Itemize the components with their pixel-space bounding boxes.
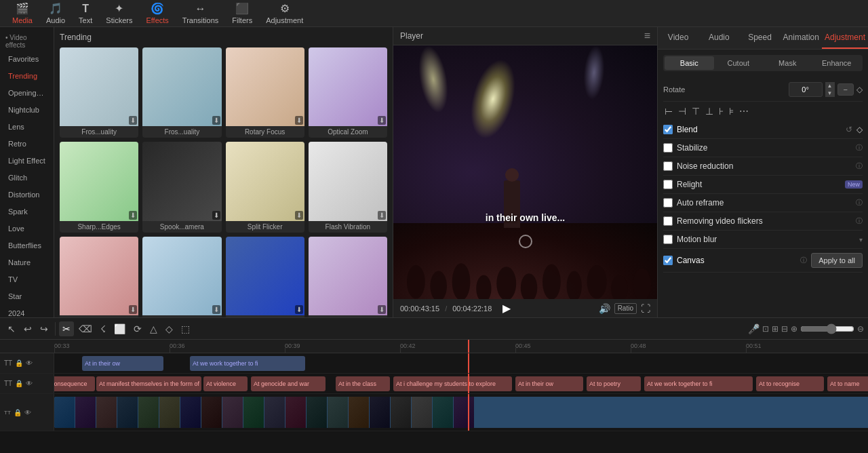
speed-btn[interactable]: ⟳ bbox=[130, 321, 145, 336]
transform-btn[interactable]: ⬜ bbox=[111, 321, 129, 336]
align-center-v-icon[interactable]: ⊦ bbox=[717, 104, 725, 118]
toolbar-audio[interactable]: 🎵 Audio bbox=[39, 0, 72, 27]
clip-2-3[interactable]: At genocide and war bbox=[251, 376, 326, 391]
mic-icon[interactable]: 🎤 bbox=[748, 323, 760, 334]
undo-btn[interactable]: ↩ bbox=[20, 321, 35, 336]
cursor-btn[interactable]: ↖ bbox=[4, 321, 19, 336]
sidebar-item-glitch[interactable]: Glitch bbox=[3, 170, 51, 186]
toolbar-filters[interactable]: ⬛ Filters bbox=[225, 0, 259, 27]
effect-item-blur[interactable]: ⬇ Blu-r...anning bbox=[226, 237, 304, 318]
track-lock-icon-1[interactable]: 🔒 bbox=[15, 359, 23, 367]
effect-download-split[interactable]: ⬇ bbox=[295, 211, 303, 220]
toolbar-transitions[interactable]: ↔ Transitions bbox=[176, 0, 225, 27]
noise-checkbox[interactable] bbox=[663, 161, 673, 171]
tab-adjustment[interactable]: Adjustment bbox=[822, 27, 868, 49]
toolbar-media[interactable]: 🎬 Media bbox=[5, 0, 39, 27]
effect-download-sharp[interactable]: ⬇ bbox=[129, 211, 137, 220]
sidebar-item-butterflies[interactable]: Butterflies bbox=[3, 237, 51, 254]
sidebar-item-light-effect[interactable]: Light Effect bbox=[3, 153, 51, 169]
playhead[interactable] bbox=[468, 340, 469, 353]
rotate-input[interactable] bbox=[789, 82, 823, 97]
keyframe-rotate-icon[interactable]: ◇ bbox=[856, 85, 863, 94]
crop-btn[interactable]: ☇ bbox=[97, 321, 109, 336]
sidebar-item-love[interactable]: Love bbox=[3, 220, 51, 237]
clip-2-0[interactable]: At consequence bbox=[54, 376, 95, 391]
toolbar-stickers[interactable]: ✦ Stickers bbox=[99, 0, 139, 27]
redo-btn[interactable]: ↪ bbox=[37, 321, 52, 336]
sidebar-item-distortion[interactable]: Distortion bbox=[3, 186, 51, 203]
clip-2-10[interactable]: At to name bbox=[827, 376, 868, 391]
effect-download-spectral[interactable]: ⬇ bbox=[378, 305, 386, 314]
sidebar-item-trending[interactable]: Trending bbox=[3, 68, 51, 84]
effect-download-frostuality1[interactable]: ⬇ bbox=[129, 116, 137, 125]
clip-1-2[interactable]: At we work together to fi bbox=[190, 356, 305, 371]
clip-2-6[interactable]: At in their ow bbox=[515, 376, 583, 391]
align-center-h-icon[interactable]: ⊣ bbox=[677, 104, 688, 118]
effect-item-dizzy[interactable]: ⬇ Dizzy bbox=[142, 237, 221, 318]
spin-up-btn[interactable]: ▲ bbox=[825, 82, 835, 90]
zoom-btn[interactable]: ⬚ bbox=[178, 321, 193, 336]
sidebar-item-star[interactable]: Star bbox=[3, 288, 51, 304]
fullscreen-icon[interactable]: ⛶ bbox=[641, 303, 650, 314]
clip-2-2[interactable]: At violence bbox=[203, 376, 248, 391]
effect-download-rotary[interactable]: ⬇ bbox=[295, 116, 303, 125]
audio-btn[interactable]: △ bbox=[146, 321, 161, 336]
effect-download-frostuality2[interactable]: ⬇ bbox=[212, 116, 220, 125]
motion-blur-checkbox[interactable] bbox=[663, 235, 673, 244]
clip-2-9[interactable]: At to recognise bbox=[756, 376, 824, 391]
spin-down-btn[interactable]: ▼ bbox=[825, 90, 835, 97]
sub-tab-enhance[interactable]: Enhance bbox=[812, 56, 862, 70]
clip-2-5[interactable]: At i challenge my students to explore bbox=[393, 376, 512, 391]
canvas-checkbox[interactable] bbox=[663, 256, 673, 265]
split-btn[interactable]: ✂ bbox=[59, 321, 74, 336]
effect-item-xmas[interactable]: ⬇ Xmas Collage bbox=[60, 237, 138, 318]
sidebar-item-2024[interactable]: 2024 bbox=[3, 305, 51, 317]
effect-item-frostuality1[interactable]: ⬇ Fros...uality bbox=[60, 47, 138, 138]
auto-reframe-checkbox[interactable] bbox=[663, 198, 673, 208]
effect-item-sharp[interactable]: ⬇ Sharp...Edges bbox=[60, 142, 138, 232]
player-menu-icon[interactable]: ≡ bbox=[644, 30, 650, 42]
align-right-icon[interactable]: ⊤ bbox=[690, 104, 701, 118]
sidebar-item-spark[interactable]: Spark bbox=[3, 203, 51, 220]
clip-2-7[interactable]: At to poetry bbox=[587, 376, 641, 391]
clip-1-1[interactable]: At in their ow bbox=[82, 356, 163, 371]
sub-tab-basic[interactable]: Basic bbox=[665, 56, 714, 70]
tab-animation[interactable]: Animation bbox=[781, 27, 822, 49]
track-lock-icon-video[interactable]: 🔒 bbox=[14, 409, 22, 416]
effect-item-rotary[interactable]: ⬇ Rotary Focus bbox=[226, 47, 304, 138]
tab-audio[interactable]: Audio bbox=[698, 27, 739, 49]
effect-download-xmas[interactable]: ⬇ bbox=[129, 305, 137, 314]
effect-item-spectral[interactable]: ⬇ Spect...nning bbox=[309, 237, 387, 318]
track-eye-icon-video[interactable]: 👁 bbox=[24, 409, 31, 416]
sidebar-item-retro[interactable]: Retro bbox=[3, 136, 51, 152]
reset-rotate-btn[interactable]: − bbox=[837, 83, 854, 96]
tab-speed[interactable]: Speed bbox=[739, 27, 780, 49]
clip-2-1[interactable]: At manifest themselves in the form of bbox=[96, 376, 201, 391]
effect-item-optical[interactable]: ⬇ Optical Zoom bbox=[309, 47, 387, 138]
clip-2-8[interactable]: At we work together to fi bbox=[644, 376, 753, 391]
toolbar-adjustment[interactable]: ⚙ Adjustment bbox=[259, 0, 310, 27]
align-bottom-icon[interactable]: ⊧ bbox=[728, 104, 735, 118]
sidebar-item-nightclub[interactable]: Nightclub bbox=[3, 102, 51, 118]
clip-2-4[interactable]: At in the class bbox=[336, 376, 390, 391]
blend-diamond-icon[interactable]: ◇ bbox=[856, 125, 863, 134]
relight-checkbox[interactable] bbox=[663, 180, 673, 189]
sidebar-item-opening[interactable]: Opening & ... bbox=[3, 85, 51, 101]
effect-item-split[interactable]: ⬇ Split Flicker bbox=[226, 142, 304, 232]
effect-download-spook[interactable]: ⬇ bbox=[212, 211, 220, 220]
video-clip-main[interactable] bbox=[54, 397, 868, 428]
apply-all-button[interactable]: Apply to all bbox=[811, 253, 863, 268]
align-top-icon[interactable]: ⊥ bbox=[704, 104, 715, 118]
stabilize-checkbox[interactable] bbox=[663, 143, 673, 153]
volume-icon[interactable]: 🔊 bbox=[599, 303, 610, 314]
distribute-h-icon[interactable]: ⋯ bbox=[738, 104, 750, 118]
sidebar-item-nature[interactable]: Nature bbox=[3, 254, 51, 271]
effect-item-spook[interactable]: ⬇ Spook...amera bbox=[142, 142, 221, 232]
track-lock-icon-2[interactable]: 🔒 bbox=[15, 380, 23, 387]
toolbar-text[interactable]: T Text bbox=[72, 0, 99, 27]
effect-item-frostuality2[interactable]: ⬇ Fros...uality bbox=[142, 47, 221, 138]
effect-item-flash-vibration[interactable]: ⬇ Flash Vibration bbox=[309, 142, 387, 232]
zoom-slider[interactable] bbox=[800, 323, 854, 334]
sidebar-item-lens[interactable]: Lens bbox=[3, 119, 51, 135]
ratio-btn[interactable]: Ratio bbox=[614, 303, 637, 314]
